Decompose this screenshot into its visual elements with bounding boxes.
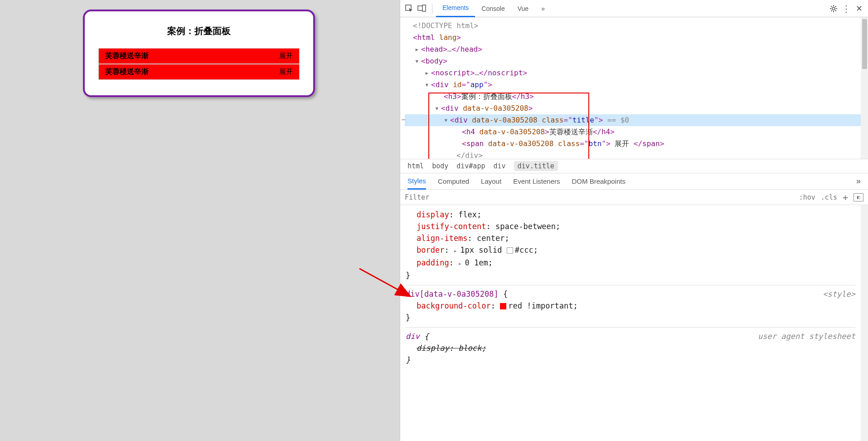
styles-tabs: Styles Computed Layout Event Listeners D… [400,173,868,190]
css-rule[interactable]: display: flex; justify-content: space-be… [406,209,855,281]
tab-layout[interactable]: Layout [481,177,501,185]
tab-more[interactable]: » [535,0,551,17]
crumb[interactable]: div [493,162,505,170]
elided-indicator: ⋯ [400,113,407,125]
tab-computed[interactable]: Computed [438,177,469,185]
svg-line-9 [835,10,836,11]
tab-elements[interactable]: Elements [436,0,475,17]
crumb[interactable]: div.title [514,161,558,171]
expand-button[interactable]: 展开 [279,68,293,76]
hov-toggle[interactable]: :hov [799,193,815,201]
crumb[interactable]: div#app [456,162,485,170]
panel-row-title: 芙蓉楼送辛渐 [105,51,149,61]
css-rule[interactable]: user agent stylesheet div { display: blo… [406,327,855,366]
breadcrumb[interactable]: html body div#app div div.title [400,159,868,173]
card: 案例：折叠面板 芙蓉楼送辛渐 展开 芙蓉楼送辛渐 展开 [83,10,315,97]
crumb[interactable]: html [407,162,424,170]
svg-point-3 [832,7,835,10]
gear-icon[interactable] [827,2,840,15]
styles-filter-bar: :hov .cls + ◧ [400,190,868,205]
expand-button[interactable]: 展开 [279,52,293,60]
tab-styles[interactable]: Styles [407,173,426,190]
scrollbar[interactable] [861,205,868,441]
tab-console[interactable]: Console [475,0,511,17]
panel-row[interactable]: 芙蓉楼送辛渐 展开 [98,48,300,64]
cls-toggle[interactable]: .cls [821,193,837,201]
svg-rect-2 [422,5,426,11]
crumb[interactable]: body [432,162,448,170]
card-title: 案例：折叠面板 [98,25,300,37]
dom-tree[interactable]: ⋯ <!DOCTYPE html> <html lang> ▸<head>…</… [400,17,861,159]
rendered-page: 案例：折叠面板 芙蓉楼送辛渐 展开 芙蓉楼送辛渐 展开 [0,0,400,441]
tab-dom-breakpoints[interactable]: DOM Breakpoints [572,177,626,185]
css-rule[interactable]: <style> div[data-v-0a305208] { backgroun… [406,285,855,323]
svg-line-10 [831,10,832,11]
kebab-icon[interactable]: ⋮ [840,2,853,15]
tab-event-listeners[interactable]: Event Listeners [513,177,560,185]
scrollbar[interactable] [861,17,868,159]
svg-line-11 [835,6,836,7]
tab-vue[interactable]: Vue [511,0,535,17]
inspect-icon[interactable] [403,2,416,15]
svg-line-8 [831,6,832,7]
close-icon[interactable]: ✕ [853,2,865,15]
filter-input[interactable] [405,193,794,201]
devtools-panel: Elements Console Vue » ⋮ ✕ ⋯ <!DOCTYPE h… [400,0,868,441]
panel-row-title: 芙蓉楼送辛渐 [105,67,149,77]
styles-panel[interactable]: display: flex; justify-content: space-be… [400,205,861,441]
device-toggle-icon[interactable] [416,2,428,15]
toggle-sidebar-icon[interactable]: ◧ [853,193,863,201]
devtools-toolbar: Elements Console Vue » ⋮ ✕ [400,0,868,17]
panel-row[interactable]: 芙蓉楼送辛渐 展开 [98,64,300,80]
chevron-right-icon[interactable]: » [856,176,861,186]
add-rule-icon[interactable]: + [843,192,848,203]
